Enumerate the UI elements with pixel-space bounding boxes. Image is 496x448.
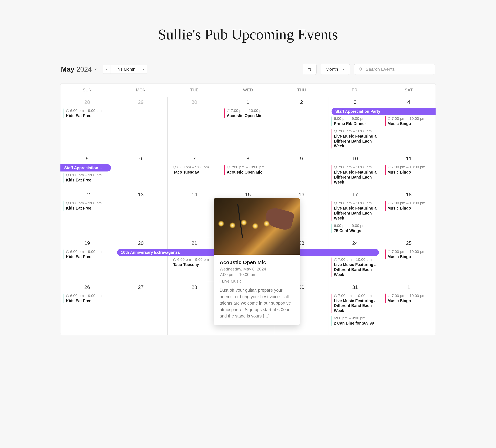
calendar-event[interactable]: 7:00 pm – 10:00 pmMusic Bingo: [382, 116, 435, 128]
next-month-button[interactable]: [140, 65, 147, 74]
day-cell[interactable]: 36:00 pm – 9:00 pmPrime Rib Dinner7:00 p…: [328, 97, 382, 153]
event-color-bar: [171, 257, 171, 267]
event-title: Live Music Featuring a Different Band Ea…: [334, 170, 379, 185]
day-cell[interactable]: 107:00 pm – 10:00 pmLive Music Featuring…: [328, 153, 382, 189]
day-cell[interactable]: 6: [114, 153, 168, 189]
chevron-right-icon: [142, 68, 145, 71]
day-cell[interactable]: 117:00 pm – 10:00 pmMusic Bingo: [382, 153, 435, 189]
event-color-bar: [332, 129, 332, 149]
calendar-event[interactable]: 7:00 pm – 10:00 pmMusic Bingo: [382, 249, 435, 261]
calendar-event[interactable]: 7:00 pm – 10:00 pmLive Music Featuring a…: [328, 200, 382, 223]
day-number: 21: [168, 240, 221, 246]
calendar-event[interactable]: 7:00 pm – 10:00 pmMusic Bingo: [382, 293, 435, 306]
search-input[interactable]: [366, 67, 431, 72]
event-time: 6:00 pm – 9:00 pm: [173, 257, 218, 262]
day-number: 8: [221, 156, 275, 161]
calendar-event[interactable]: 6:00 pm – 9:00 pmPrime Rib Dinner: [328, 116, 382, 128]
event-time-text: 7:00 pm – 10:00 pm: [231, 165, 264, 170]
day-cell[interactable]: 196:00 pm – 9:00 pmKids Eat Free: [61, 238, 114, 281]
calendar-event[interactable]: 6:00 pm – 9:00 pmKids Eat Free: [61, 249, 114, 261]
event-title: Music Bingo: [388, 298, 433, 303]
day-cell[interactable]: 29: [114, 97, 168, 153]
recurring-icon: [334, 294, 337, 297]
event-popover-image: [214, 198, 300, 255]
calendar-event[interactable]: 7:00 pm – 10:00 pmMusic Bingo: [382, 164, 435, 177]
event-time: 6:00 pm – 9:00 pm: [173, 165, 218, 170]
day-cell[interactable]: 247:00 pm – 10:00 pmLive Music Featuring…: [328, 238, 382, 281]
event-time-text: 7:00 pm – 10:00 pm: [338, 294, 372, 298]
event-time: 7:00 pm – 10:00 pm: [334, 129, 379, 133]
calendar-event[interactable]: 7:00 pm – 10:00 pmLive Music Featuring a…: [328, 164, 382, 187]
day-cell[interactable]: 286:00 pm – 9:00 pmKids Eat Free: [61, 97, 114, 153]
calendar-event[interactable]: 7:00 pm – 10:00 pmLive Music Featuring a…: [328, 128, 382, 151]
day-cell[interactable]: 126:00 pm – 9:00 pmKids Eat Free: [61, 189, 114, 238]
day-number: 17: [328, 192, 382, 198]
calendar-event[interactable]: 7:00 pm – 10:00 pmAcoustic Open Mic: [221, 164, 275, 177]
recurring-icon: [173, 258, 176, 261]
multi-day-event[interactable]: Staff Appreciation…: [61, 164, 111, 171]
event-time-text: 6:00 pm – 9:00 pm: [70, 294, 102, 298]
calendar-event[interactable]: 7:00 pm – 10:00 pmLive Music Featuring a…: [328, 257, 382, 279]
calendar-event[interactable]: 7:00 pm – 10:00 pmLive Music Featuring a…: [328, 293, 382, 315]
day-header-cell: MON: [114, 83, 168, 97]
day-cell[interactable]: 9: [275, 153, 328, 189]
day-cell[interactable]: 2: [275, 97, 328, 153]
day-header-cell: TUE: [168, 83, 221, 97]
day-header-cell: SAT: [382, 83, 435, 97]
day-number: 29: [114, 99, 167, 105]
day-cell[interactable]: 76:00 pm – 9:00 pmTaco Tuesday: [168, 153, 221, 189]
day-cell[interactable]: 266:00 pm – 9:00 pmKids Eat Free: [61, 282, 114, 335]
day-cell[interactable]: 30: [168, 97, 221, 153]
event-popover-title: Acoustic Open Mic: [219, 260, 294, 265]
event-title: Taco Tuesday: [173, 170, 218, 175]
day-cell[interactable]: 17:00 pm – 10:00 pmMusic Bingo: [382, 282, 435, 335]
calendar-event[interactable]: 7:00 pm – 10:00 pmMusic Bingo: [382, 200, 435, 213]
calendar-event[interactable]: 6:00 pm – 9:00 pm75 Cent Wings: [328, 223, 382, 235]
day-number: 20: [114, 240, 167, 246]
this-month-button[interactable]: This Month: [110, 65, 140, 74]
event-title: Acoustic Open Mic: [227, 170, 271, 175]
day-cell[interactable]: 20: [114, 238, 168, 281]
calendar-event[interactable]: 6:00 pm – 9:00 pmKids Eat Free: [61, 172, 114, 185]
day-cell[interactable]: 14: [168, 189, 221, 238]
prev-month-button[interactable]: [103, 65, 110, 74]
day-cell[interactable]: 317:00 pm – 10:00 pmLive Music Featuring…: [328, 282, 382, 335]
day-cell[interactable]: 27: [114, 282, 168, 335]
event-color-bar: [63, 249, 64, 259]
day-cell[interactable]: 257:00 pm – 10:00 pmMusic Bingo: [382, 238, 435, 281]
recurring-icon: [66, 173, 69, 177]
day-cell[interactable]: 216:00 pm – 9:00 pmTaco Tuesday: [168, 238, 221, 281]
event-time: 6:00 pm – 9:00 pm: [66, 173, 111, 177]
search-box[interactable]: [354, 64, 435, 75]
day-number: 4: [382, 99, 435, 105]
filter-button[interactable]: [303, 64, 317, 75]
event-time: 6:00 pm – 9:00 pm: [334, 316, 379, 320]
calendar-event[interactable]: 6:00 pm – 9:00 pmTaco Tuesday: [168, 164, 221, 177]
event-color-bar: [332, 294, 332, 313]
day-cell[interactable]: 17:00 pm – 10:00 pmAcoustic Open Mic: [221, 97, 275, 153]
month-year-picker[interactable]: May 2024: [61, 65, 98, 73]
calendar-event[interactable]: 7:00 pm – 10:00 pmAcoustic Open Mic: [221, 108, 275, 120]
calendar-event[interactable]: 6:00 pm – 9:00 pm2 Can Dine for $69.99: [328, 315, 382, 328]
event-color-bar: [224, 108, 225, 118]
day-number: 28: [168, 284, 221, 290]
view-mode-select[interactable]: Month: [321, 64, 350, 75]
calendar-event[interactable]: 6:00 pm – 9:00 pmKids Eat Free: [61, 293, 114, 306]
day-cell[interactable]: 87:00 pm – 10:00 pmAcoustic Open Mic: [221, 153, 275, 189]
event-title: Kids Eat Free: [66, 113, 111, 118]
calendar-event[interactable]: 6:00 pm – 9:00 pmKids Eat Free: [61, 108, 114, 120]
recurring-icon: [388, 250, 391, 253]
calendar-event[interactable]: 6:00 pm – 9:00 pmKids Eat Free: [61, 200, 114, 213]
day-cell[interactable]: 28: [168, 282, 221, 335]
day-number: 7: [168, 156, 221, 161]
day-cell[interactable]: 177:00 pm – 10:00 pmLive Music Featuring…: [328, 189, 382, 238]
day-number: 25: [382, 240, 435, 246]
day-cell[interactable]: 47:00 pm – 10:00 pmMusic Bingo: [382, 97, 435, 153]
recurring-icon: [334, 258, 337, 261]
calendar-event[interactable]: 6:00 pm – 9:00 pmTaco Tuesday: [168, 257, 221, 269]
day-cell[interactable]: 13: [114, 189, 168, 238]
day-cell[interactable]: 187:00 pm – 10:00 pmMusic Bingo: [382, 189, 435, 238]
day-number: 31: [328, 284, 382, 290]
event-time-text: 7:00 pm – 10:00 pm: [338, 201, 372, 205]
multi-day-event[interactable]: Staff Appreciation Party: [332, 108, 435, 115]
